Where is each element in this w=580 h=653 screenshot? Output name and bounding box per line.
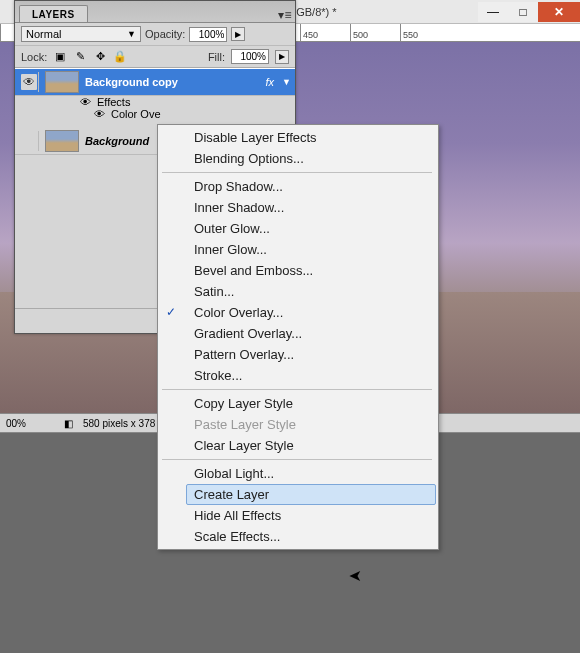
menu-pattern-overlay[interactable]: Pattern Overlay... bbox=[186, 344, 436, 365]
menu-copy-layer-style[interactable]: Copy Layer Style bbox=[186, 393, 436, 414]
menu-separator bbox=[162, 459, 432, 460]
blend-opacity-row: Normal ▼ Opacity: 100% ▶ bbox=[15, 23, 295, 46]
menu-color-overlay[interactable]: ✓Color Overlay... bbox=[186, 302, 436, 323]
menu-outer-glow[interactable]: Outer Glow... bbox=[186, 218, 436, 239]
visibility-toggle[interactable]: 👁 bbox=[91, 108, 107, 120]
tab-layers[interactable]: LAYERS bbox=[19, 5, 88, 22]
doc-info-icon[interactable]: ◧ bbox=[64, 418, 73, 429]
opacity-scrubber[interactable]: ▶ bbox=[231, 27, 245, 41]
blend-mode-value: Normal bbox=[26, 28, 61, 40]
zoom-level[interactable]: 00% bbox=[6, 418, 54, 429]
menu-stroke[interactable]: Stroke... bbox=[186, 365, 436, 386]
layer-thumbnail[interactable] bbox=[45, 71, 79, 93]
opacity-input[interactable]: 100% bbox=[189, 27, 227, 42]
color-overlay-row[interactable]: 👁 Color Ove bbox=[15, 108, 295, 120]
menu-inner-shadow[interactable]: Inner Shadow... bbox=[186, 197, 436, 218]
lock-position-icon[interactable]: ✥ bbox=[93, 50, 107, 64]
menu-satin[interactable]: Satin... bbox=[186, 281, 436, 302]
menu-gradient-overlay[interactable]: Gradient Overlay... bbox=[186, 323, 436, 344]
lock-pixels-icon[interactable]: ✎ bbox=[73, 50, 87, 64]
cursor-icon: ➤ bbox=[349, 566, 362, 585]
lock-icons: ▣ ✎ ✥ 🔒 bbox=[53, 50, 127, 64]
menu-global-light[interactable]: Global Light... bbox=[186, 463, 436, 484]
panel-tab-row: LAYERS ▾≡ bbox=[15, 1, 295, 23]
menu-separator bbox=[162, 172, 432, 173]
menu-scale-effects[interactable]: Scale Effects... bbox=[186, 526, 436, 547]
check-icon: ✓ bbox=[166, 305, 176, 319]
close-button[interactable]: ✕ bbox=[538, 2, 580, 22]
effects-row[interactable]: 👁 Effects bbox=[15, 96, 295, 108]
fx-badge[interactable]: fx bbox=[264, 76, 277, 88]
menu-paste-layer-style: Paste Layer Style bbox=[186, 414, 436, 435]
menu-disable-layer-effects[interactable]: Disable Layer Effects bbox=[186, 127, 436, 148]
layer-item-selected[interactable]: 👁 Background copy fx ▼ bbox=[15, 69, 295, 96]
opacity-label: Opacity: bbox=[145, 28, 185, 40]
layer-style-context-menu: Disable Layer Effects Blending Options..… bbox=[157, 124, 439, 550]
visibility-toggle[interactable] bbox=[21, 133, 37, 149]
chevron-down-icon: ▼ bbox=[127, 29, 136, 39]
fill-input[interactable]: 100% bbox=[231, 49, 269, 64]
fill-scrubber[interactable]: ▶ bbox=[275, 50, 289, 64]
lock-label: Lock: bbox=[21, 51, 47, 63]
effects-label: Effects bbox=[97, 96, 130, 108]
chevron-down-icon[interactable]: ▼ bbox=[282, 77, 291, 87]
lock-transparency-icon[interactable]: ▣ bbox=[53, 50, 67, 64]
visibility-toggle[interactable]: 👁 bbox=[21, 74, 37, 90]
menu-inner-glow[interactable]: Inner Glow... bbox=[186, 239, 436, 260]
menu-separator bbox=[162, 389, 432, 390]
lock-fill-row: Lock: ▣ ✎ ✥ 🔒 Fill: 100% ▶ bbox=[15, 46, 295, 68]
menu-blending-options[interactable]: Blending Options... bbox=[186, 148, 436, 169]
maximize-button[interactable]: □ bbox=[508, 2, 538, 22]
minimize-button[interactable]: ― bbox=[478, 2, 508, 22]
fill-label: Fill: bbox=[208, 51, 225, 63]
blend-mode-select[interactable]: Normal ▼ bbox=[21, 26, 141, 42]
layer-name[interactable]: Background copy bbox=[85, 76, 258, 88]
menu-drop-shadow[interactable]: Drop Shadow... bbox=[186, 176, 436, 197]
layer-thumbnail[interactable] bbox=[45, 130, 79, 152]
menu-create-layer[interactable]: Create Layer bbox=[186, 484, 436, 505]
menu-hide-all-effects[interactable]: Hide All Effects bbox=[186, 505, 436, 526]
panel-menu-button[interactable]: ▾≡ bbox=[275, 8, 295, 22]
color-overlay-label: Color Ove bbox=[111, 108, 161, 120]
lock-all-icon[interactable]: 🔒 bbox=[113, 50, 127, 64]
visibility-toggle[interactable]: 👁 bbox=[77, 96, 93, 108]
menu-clear-layer-style[interactable]: Clear Layer Style bbox=[186, 435, 436, 456]
menu-bevel-emboss[interactable]: Bevel and Emboss... bbox=[186, 260, 436, 281]
